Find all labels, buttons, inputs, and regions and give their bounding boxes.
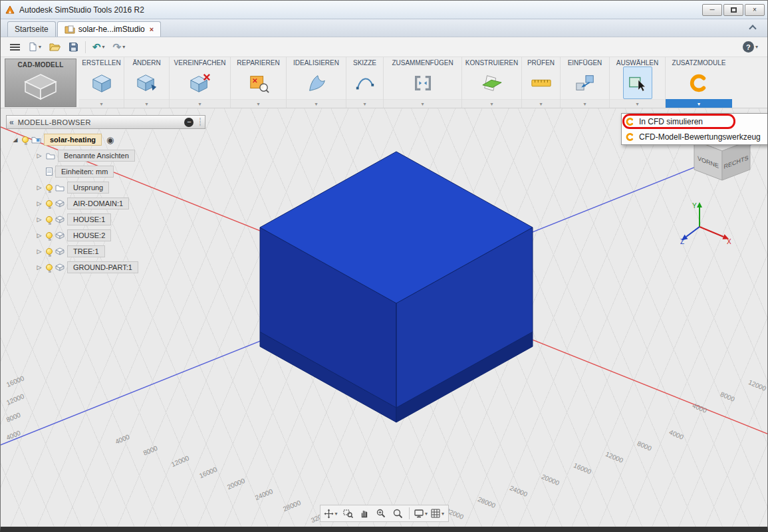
tree-item-label[interactable]: TREE:1 [67,245,105,257]
maximize-icon [731,7,737,13]
tree-item-label[interactable]: Benannte Ansichten [58,150,135,162]
expander-icon[interactable]: ▷ [35,232,43,239]
zusatzmodule-button[interactable] [684,66,714,99]
model-solid-cube[interactable] [260,152,533,422]
ribbon-group-erstellen: ERSTELLEN ▾ [79,57,124,108]
new-file-button[interactable]: ▾ [25,39,44,55]
visibility-icon[interactable]: ◉ [106,135,114,145]
auswaehlen-button[interactable] [623,66,652,99]
minimize-button[interactable]: ─ [702,4,722,16]
aendern-dropdown[interactable]: ▾ [124,99,169,108]
menu-item-cfd-evaluation-tool[interactable]: CFD-Modell-Bewertungswerkzeug [622,129,768,144]
idealisieren-button[interactable] [301,66,332,99]
model-browser-panel: « MODELL-BROWSER − ┆ ◢ solar-heating ◉ [6,115,205,275]
app-menu-button[interactable] [7,39,23,55]
expander-icon[interactable]: ▷ [35,152,43,159]
reparieren-dropdown[interactable]: ▾ [231,99,286,108]
grid-settings-button[interactable]: ▾ [430,506,446,521]
bulb-icon[interactable] [46,232,53,239]
maximize-button[interactable] [723,4,743,16]
cad-modell-panel[interactable]: CAD-MODELL [5,59,76,107]
pan-button[interactable]: ▾ [323,506,339,521]
model-tree: ◢ solar-heating ◉ ▷ Benannte Ansichten [6,132,205,275]
konstruieren-button[interactable] [477,66,507,99]
tree-item-label[interactable]: Ursprung [67,182,109,194]
bulb-icon[interactable] [46,248,53,255]
tree-item-label[interactable]: HOUSE:1 [67,213,111,225]
undo-button[interactable]: ↶ ▾ [90,39,108,55]
navigation-toolbar: ▾ [320,505,449,522]
collapse-panel-icon[interactable]: « [9,118,14,127]
tree-item-label[interactable]: GROUND-PART:1 [67,261,138,273]
tree-row: ▷ HOUSE:2 [6,227,205,243]
erstellen-button[interactable] [86,66,117,99]
konstruieren-dropdown[interactable]: ▾ [462,99,521,108]
cfd-logo-icon [625,117,635,126]
tree-item-label[interactable]: HOUSE:2 [67,229,111,241]
bulb-icon[interactable] [46,184,53,191]
origin-folder-icon [55,184,64,192]
auswaehlen-dropdown[interactable]: ▾ [610,99,665,108]
expander-icon[interactable]: ▷ [35,200,43,207]
tab-startseite[interactable]: Startseite [7,21,56,37]
zoom-window-button[interactable] [340,506,356,521]
measure-ruler-icon [529,72,553,94]
zusammenfuegen-dropdown[interactable]: ▾ [384,99,461,108]
tab-label: Startseite [15,25,49,34]
ribbon-group-pruefen: PRÜFEN ▾ [522,57,561,108]
new-file-icon [28,42,37,52]
ribbon-group-label: VEREINFACHEN [174,57,226,66]
tree-item-label[interactable]: Einheiten: mm [55,166,114,178]
vereinfachen-dropdown[interactable]: ▾ [170,99,230,108]
skizze-button[interactable] [350,66,380,99]
undo-icon: ↶ [92,42,101,52]
model-browser-header[interactable]: « MODELL-BROWSER − ┆ [6,115,205,129]
skizze-dropdown[interactable]: ▾ [346,99,383,108]
bulb-icon[interactable] [22,136,29,143]
bulb-icon[interactable] [46,216,53,223]
expander-open-icon[interactable]: ◢ [11,136,19,143]
tab-close-icon[interactable]: × [150,25,154,33]
orbit-button[interactable] [356,506,372,521]
pruefen-button[interactable] [526,66,557,99]
redo-button[interactable]: ↷ ▾ [110,39,128,55]
collapse-ribbon-icon[interactable] [749,25,756,32]
tab-solar-heating[interactable]: solar-he...imStudio × [57,21,161,37]
expander-icon[interactable]: ▷ [35,216,43,223]
einfuegen-dropdown[interactable]: ▾ [561,99,609,108]
reparieren-button[interactable] [243,66,274,99]
expander-icon[interactable]: ▷ [35,184,43,191]
vereinfachen-button[interactable] [185,66,215,99]
erstellen-dropdown[interactable]: ▾ [79,99,124,108]
dropdown-icon: ▾ [363,101,366,107]
look-at-button[interactable] [390,506,406,521]
zusatzmodule-dropdown[interactable]: ▾ [666,99,732,108]
bulb-icon[interactable] [46,264,53,271]
construction-planes-icon [480,72,504,94]
tree-item-label[interactable]: AIR-DOMAIN:1 [67,198,129,209]
monitor-icon [414,508,424,519]
dropdown-icon: ▾ [539,101,542,107]
app-window: Autodesk SimStudio Tools 2016 R2 ─ × Sta… [0,0,768,532]
pruefen-dropdown[interactable]: ▾ [522,99,560,108]
aendern-button[interactable] [132,66,162,99]
save-button[interactable] [66,39,81,55]
repair-icon [247,72,271,94]
open-file-button[interactable] [47,39,63,55]
ribbon-group-konstruieren: KONSTRUIEREN ▾ [462,57,522,108]
viewport-3d[interactable]: 16000 12000 8000 4000 4000 8000 12000 16… [1,108,767,527]
expander-icon[interactable]: ▷ [35,248,43,255]
display-settings-button[interactable]: ▾ [413,506,429,521]
menu-item-simulate-in-cfd[interactable]: In CFD simulieren [622,114,768,129]
minimize-panel-icon[interactable]: − [184,118,193,127]
expander-icon[interactable]: ▷ [35,264,43,271]
einfuegen-button[interactable] [570,66,600,99]
zoom-button[interactable] [373,506,389,521]
help-button[interactable]: ? ▾ [740,39,761,55]
panel-grip-icon[interactable]: ┆ [197,118,202,126]
close-button[interactable]: × [745,4,765,16]
tree-item-label[interactable]: solar-heating [44,134,102,146]
idealisieren-dropdown[interactable]: ▾ [287,99,346,108]
zusammenfuegen-button[interactable] [408,66,438,99]
bulb-icon[interactable] [46,200,53,207]
